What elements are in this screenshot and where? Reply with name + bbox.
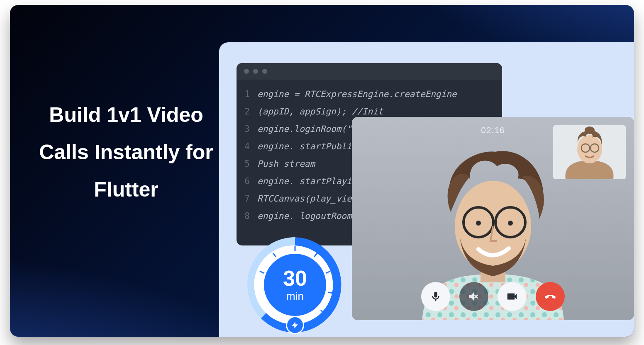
illustration-panel: 1engine = RTCExpressEngine.createEngine …	[219, 42, 634, 337]
timer-badge: 30 min	[247, 237, 343, 333]
pip-participant	[553, 125, 626, 179]
code-text: (appID, appSign); //Init	[257, 107, 383, 117]
speaker-muted-button[interactable]	[459, 282, 488, 311]
headline: Build 1v1 Video Calls Instantly for Flut…	[39, 96, 213, 208]
timer-inner: 30 min	[264, 254, 326, 316]
call-duration: 02:16	[481, 125, 505, 135]
microphone-icon	[429, 290, 442, 303]
traffic-light-dot	[244, 69, 249, 74]
code-text: Push stream	[257, 159, 315, 169]
svg-point-13	[585, 126, 595, 134]
hangup-icon	[544, 290, 556, 303]
camera-button[interactable]	[498, 282, 527, 311]
camera-icon	[506, 290, 518, 303]
bolt-badge	[286, 316, 304, 334]
promo-card: Build 1v1 Video Calls Instantly for Flut…	[10, 5, 634, 337]
hangup-button[interactable]	[536, 282, 565, 311]
speaker-off-icon	[468, 290, 480, 303]
microphone-button[interactable]	[421, 282, 450, 311]
traffic-light-dot	[253, 69, 258, 74]
svg-point-7	[476, 221, 481, 226]
traffic-light-dot	[262, 69, 267, 74]
svg-point-8	[508, 221, 513, 226]
code-text: engine = RTCExpressEngine.createEngine	[257, 89, 456, 99]
video-call-window: 02:16	[352, 117, 634, 320]
svg-line-18	[328, 292, 333, 293]
bolt-icon	[291, 321, 299, 329]
timer-value: 30	[283, 267, 307, 289]
call-controls	[421, 282, 565, 311]
timer-unit: min	[286, 290, 304, 303]
editor-titlebar	[237, 63, 502, 80]
